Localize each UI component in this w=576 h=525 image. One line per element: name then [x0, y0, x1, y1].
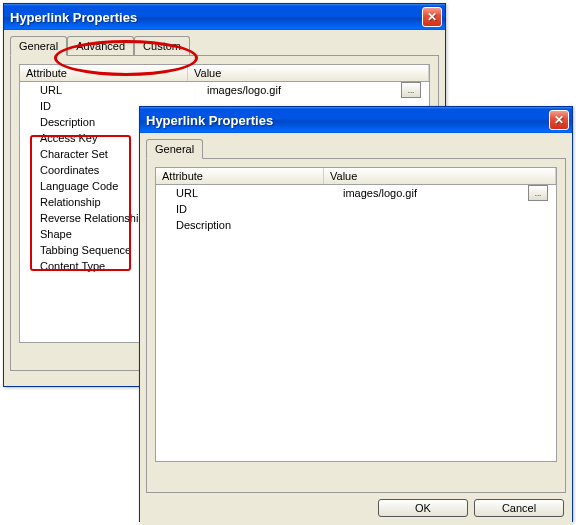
col-value[interactable]: Value [188, 65, 429, 81]
tabstrip: General [146, 139, 566, 158]
titlebar[interactable]: Hyperlink Properties ✕ [4, 4, 445, 30]
cell-attribute: ID [156, 202, 337, 216]
col-attribute[interactable]: Attribute [156, 168, 324, 184]
tabstrip: General Advanced Custom [10, 36, 439, 55]
browse-button[interactable]: ... [401, 82, 421, 98]
tab-general[interactable]: General [10, 36, 67, 56]
cell-attribute: Description [156, 218, 337, 232]
close-button[interactable]: ✕ [549, 110, 569, 130]
grid-body: URLimages/logo.gif...IDDescription [156, 185, 556, 461]
tab-general[interactable]: General [146, 139, 203, 159]
cell-value[interactable]: images/logo.gif... [337, 185, 556, 202]
tab-advanced[interactable]: Advanced [67, 36, 134, 55]
attribute-grid: Attribute Value URLimages/logo.gif...IDD… [155, 167, 557, 462]
table-row[interactable]: URLimages/logo.gif... [156, 185, 556, 201]
col-attribute[interactable]: Attribute [20, 65, 188, 81]
cell-value[interactable] [337, 208, 556, 210]
cell-attribute: URL [20, 83, 201, 97]
browse-button[interactable]: ... [528, 185, 548, 201]
table-row[interactable]: URLimages/logo.gif... [20, 82, 429, 98]
grid-header: Attribute Value [20, 65, 429, 82]
grid-header: Attribute Value [156, 168, 556, 185]
window-title: Hyperlink Properties [146, 113, 549, 128]
tab-custom[interactable]: Custom [134, 36, 190, 55]
close-icon: ✕ [427, 10, 437, 24]
tab-panel: Attribute Value URLimages/logo.gif...IDD… [146, 158, 566, 493]
close-button[interactable]: ✕ [422, 7, 442, 27]
table-row[interactable]: Description [156, 217, 556, 233]
close-icon: ✕ [554, 113, 564, 127]
window-title: Hyperlink Properties [10, 10, 422, 25]
cell-value[interactable] [337, 224, 556, 226]
table-row[interactable]: ID [156, 201, 556, 217]
cell-attribute: URL [156, 186, 337, 200]
dialog-buttons: OK Cancel [146, 493, 566, 519]
titlebar[interactable]: Hyperlink Properties ✕ [140, 107, 572, 133]
cancel-button[interactable]: Cancel [474, 499, 564, 517]
client-area: General Attribute Value URLimages/logo.g… [140, 133, 572, 525]
cell-value[interactable]: images/logo.gif... [201, 82, 429, 99]
ok-button[interactable]: OK [378, 499, 468, 517]
col-value[interactable]: Value [324, 168, 556, 184]
hyperlink-properties-window-front: Hyperlink Properties ✕ General Attribute… [139, 106, 573, 522]
